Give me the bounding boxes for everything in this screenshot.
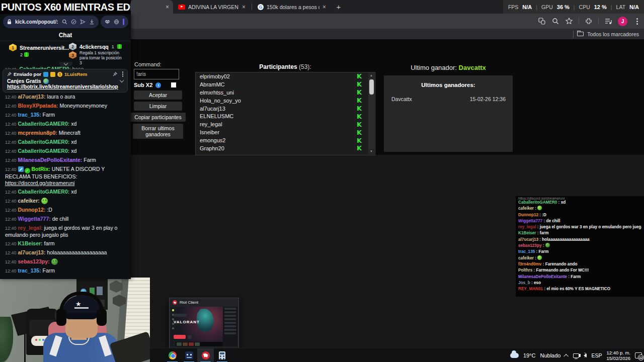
- scroll-up-arrow[interactable]: ▲: [368, 73, 374, 78]
- extensions-pill[interactable]: [101, 16, 128, 28]
- message-timestamp: 12:40: [5, 158, 17, 163]
- gem-icon[interactable]: [105, 20, 110, 25]
- browser-menu-icon[interactable]: [633, 17, 641, 25]
- pinned-author[interactable]: 1LuisRem: [64, 71, 87, 77]
- message-username[interactable]: BotRix:: [32, 166, 50, 172]
- clock[interactable]: 12:40 p. m. 15/02/2026: [606, 350, 630, 361]
- stream-chat-overlay: https://discord.gg/streameruni Caballeri…: [516, 196, 644, 297]
- message-username[interactable]: al7ucarj13:: [18, 249, 46, 255]
- profile-avatar[interactable]: J: [618, 17, 627, 26]
- command-input[interactable]: [134, 69, 179, 79]
- rank-1-name[interactable]: Streameruniversit...: [20, 45, 69, 51]
- sent-by-label: Enviado por: [14, 71, 41, 77]
- chat-message: 12:40CaballeritoGAMER0: xd: [5, 121, 127, 128]
- shield-icon[interactable]: [71, 19, 76, 25]
- tab-close-icon[interactable]: ×: [323, 4, 326, 11]
- message-username[interactable]: CaballeritoGAMER0:: [18, 139, 70, 145]
- raffle-button-borrar[interactable]: Borrar ultimos ganadores: [133, 124, 183, 139]
- sub-x2-checkbox[interactable]: [171, 82, 176, 87]
- address-bar[interactable]: kick.com/popout/:: [3, 16, 99, 28]
- participants-scrollbar[interactable]: ▲ ▼: [368, 73, 374, 154]
- scrollbar-thumb[interactable]: [369, 79, 374, 95]
- rank-1-count: 2: [20, 52, 29, 57]
- info-icon[interactable]: i: [155, 82, 161, 88]
- scroll-down-arrow[interactable]: ▼: [368, 149, 374, 154]
- pinned-link[interactable]: https://botrix.live/k/streameruniversita…: [7, 84, 123, 89]
- tab-youtube[interactable]: ADIVINA LA VIRGEN - YouTube ×: [174, 0, 250, 14]
- new-tab-button[interactable]: +: [334, 2, 344, 12]
- message-text: xd: [71, 139, 76, 145]
- translate-icon[interactable]: [538, 17, 546, 25]
- globe-icon[interactable]: [114, 19, 119, 25]
- message-link[interactable]: https://discord.gg/streameruni: [5, 180, 74, 186]
- search-icon[interactable]: [551, 17, 559, 25]
- message-timestamp: 12:40: [5, 226, 17, 231]
- message-username[interactable]: sebas123py:: [18, 258, 50, 264]
- message-username[interactable]: CaballeritoGAMER0:: [18, 121, 70, 127]
- message-username[interactable]: rey_legal:: [18, 225, 43, 231]
- extension-indicator: [123, 19, 124, 25]
- notifications-icon[interactable]: 12: [635, 352, 642, 358]
- chevron-down-icon[interactable]: [120, 78, 124, 82]
- taskbar-calculator-button[interactable]: [214, 348, 230, 362]
- message-username[interactable]: al7ucarj13:: [18, 94, 46, 100]
- bookmarks-folder-icon: [577, 32, 584, 36]
- message-username[interactable]: cafeiker:: [18, 198, 40, 204]
- tab-google[interactable]: G 150k dolares a pesos colombia ×: [254, 0, 330, 14]
- bot-app-icon: [185, 351, 193, 359]
- media-playlist-icon[interactable]: [604, 17, 612, 25]
- message-username[interactable]: trac_135:: [18, 112, 41, 118]
- message-username[interactable]: BloxyXPpatada:: [18, 103, 58, 109]
- taskbar-bot-app-button[interactable]: [181, 348, 197, 362]
- overlay-chat-message: CaballeritoGAMER0 : xd: [518, 200, 641, 206]
- tab-close-icon[interactable]: ×: [242, 4, 246, 11]
- raffle-button-copiar[interactable]: Copiar participantes: [130, 113, 186, 122]
- message-username[interactable]: MilanesaDePolloExitante:: [18, 157, 83, 163]
- keyboard-language[interactable]: ESP: [591, 352, 602, 358]
- overlay-chat-message: Polthrs : Farmeando ando For MC!!!: [518, 267, 641, 274]
- message-text: holaaaaaaaaaaaaaaaaaa: [47, 249, 107, 255]
- weather-text[interactable]: Nublado: [540, 352, 560, 358]
- tray-expand-icon[interactable]: [564, 353, 569, 358]
- share-icon[interactable]: [80, 19, 86, 25]
- message-username[interactable]: Wiggetta777:: [18, 216, 51, 222]
- taskbar-chrome-button[interactable]: [164, 348, 181, 362]
- participant-name: rey_legal: [200, 121, 357, 127]
- riot-icon: [202, 351, 210, 359]
- last-winner-name: Davcattx: [459, 64, 486, 71]
- message-username[interactable]: CaballeritoGAMER0:: [18, 148, 70, 154]
- message-text: Minecraft: [59, 130, 80, 136]
- message-username[interactable]: mcpremiun8p0:: [18, 130, 57, 136]
- download-icon[interactable]: [89, 19, 95, 25]
- winners-panel: Ultimos ganadores: Davcattx15-02-26 12:3…: [384, 75, 513, 152]
- colon-separator: :: [530, 281, 534, 285]
- divider: |: [611, 4, 612, 10]
- message-text: xd: [71, 189, 76, 195]
- search-icon[interactable]: [62, 19, 67, 25]
- message-username[interactable]: trac_135:: [18, 267, 41, 274]
- riot-preview-thumbnail[interactable]: VALORANT: [171, 307, 237, 346]
- extensions-icon[interactable]: [585, 17, 593, 25]
- bookmark-star-icon[interactable]: [565, 17, 573, 25]
- temperature[interactable]: 19°C: [523, 352, 536, 358]
- raffle-button-limpiar[interactable]: Limpiar: [134, 102, 182, 111]
- pinned-menu-icon[interactable]: [122, 73, 124, 75]
- winner-row: Davcattx15-02-26 12:36: [384, 96, 513, 102]
- message-username[interactable]: Dunnop12:: [18, 207, 46, 213]
- overlay-chat-message: cafeiker :: [518, 255, 641, 261]
- mod-badge-icon: [18, 166, 24, 172]
- message-username[interactable]: CaballeritoGAMER0:: [18, 189, 70, 195]
- calculator-icon: [219, 351, 225, 359]
- riot-client-preview[interactable]: Riot Client VALORANT: [169, 298, 239, 348]
- message-username[interactable]: K1Beiser:: [18, 240, 43, 246]
- taskbar-riot-button[interactable]: [197, 348, 214, 362]
- volume-icon[interactable]: [584, 353, 587, 357]
- pin-icon[interactable]: [113, 72, 117, 76]
- tab-kick-popup[interactable]: ×: [130, 0, 173, 14]
- rank-2-name[interactable]: 4clickersqq: [79, 44, 109, 50]
- tab-close-icon[interactable]: ×: [166, 4, 169, 11]
- participant-name: AbramMC: [200, 81, 357, 87]
- weather-icon[interactable]: [510, 353, 519, 358]
- all-bookmarks-label[interactable]: Todos los marcadores: [587, 31, 639, 37]
- raffle-button-aceptar[interactable]: Aceptar: [134, 90, 182, 100]
